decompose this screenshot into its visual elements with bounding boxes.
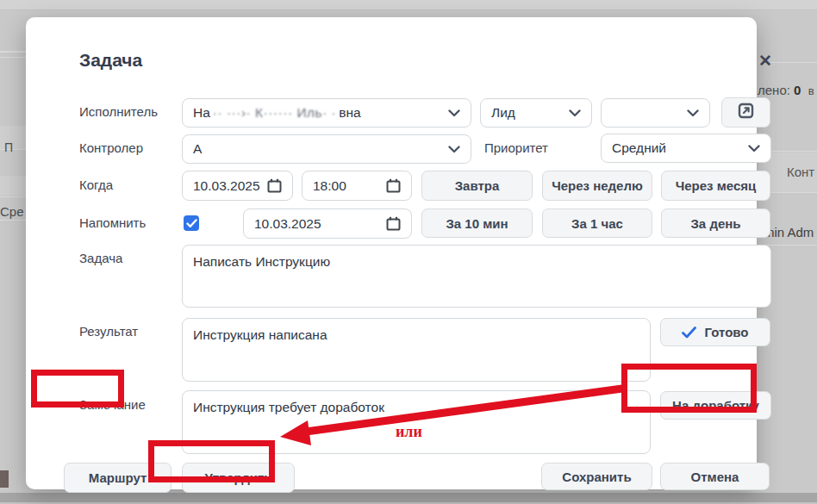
priority-label: Приоритет — [484, 140, 548, 155]
check-icon — [186, 219, 197, 228]
remind-1hour-button[interactable]: За 1 час — [542, 208, 652, 238]
priority-select[interactable]: Средний — [601, 134, 771, 163]
priority-value: Средний — [612, 140, 666, 156]
background-column-header-fragment: П — [4, 140, 13, 154]
task-textarea[interactable]: Написать Инструкцию — [182, 245, 771, 308]
background-table-line — [0, 196, 26, 197]
background-table-line — [0, 220, 26, 221]
counter-suffix-fragment: в — [808, 84, 814, 97]
entity-type-value: Лид — [491, 105, 515, 121]
rework-button[interactable]: На доработку — [660, 391, 771, 420]
background-table-line — [0, 51, 26, 53]
background-cell-fragment: Сре — [0, 204, 24, 219]
close-icon[interactable]: ✕ — [753, 48, 777, 72]
when-time-value: 18:00 — [313, 178, 346, 194]
done-button-label: Готово — [704, 325, 748, 339]
chevron-down-icon — [448, 109, 460, 117]
dialog-title: Задача — [79, 50, 142, 71]
task-label: Задача — [79, 251, 122, 265]
executor-name-prefix: На — [193, 105, 210, 121]
quick-in-a-month-button[interactable]: Через месяц — [661, 171, 770, 201]
counter-value: 0 — [794, 83, 801, 97]
chevron-down-icon — [748, 145, 760, 152]
remind-checkbox[interactable] — [184, 215, 199, 231]
background-counter: лено: 0 в — [758, 83, 814, 97]
remark-textarea[interactable]: Инструкция требует доработок — [182, 390, 651, 454]
background-table-line — [0, 57, 26, 58]
route-button[interactable]: Маршрут — [64, 463, 172, 493]
when-time-input[interactable]: 18:00 — [302, 171, 412, 201]
open-in-new-icon — [737, 102, 755, 123]
result-textarea[interactable]: Инструкция написана — [182, 318, 651, 382]
when-label: Когда — [79, 177, 113, 192]
remind-date-value: 10.03.2025 — [254, 216, 321, 232]
background-dark-corner — [0, 470, 9, 488]
chevron-down-icon — [687, 109, 699, 117]
quick-tomorrow-button[interactable]: Завтра — [421, 171, 533, 201]
counter-label-fragment: лено: — [758, 83, 790, 97]
executor-name-suffix: вна — [339, 105, 360, 121]
save-button[interactable]: Сохранить — [541, 463, 652, 490]
open-entity-button[interactable] — [721, 97, 770, 128]
when-date-input[interactable]: 10.03.2025 — [182, 171, 293, 201]
background-top-bar — [0, 0, 817, 10]
remind-date-input[interactable]: 10.03.2025 — [243, 208, 412, 239]
background-column-header-fragment: Конт — [787, 165, 814, 179]
executor-select[interactable]: На·· ···›· К······ Иль· ·вна — [182, 98, 471, 128]
chevron-down-icon — [569, 109, 581, 117]
chevron-down-icon — [448, 146, 460, 153]
controller-select[interactable]: А — [182, 134, 471, 164]
screen: П Сре лено: 0 в Конт min Adm Задача ✕ Ис… — [0, 0, 817, 504]
background-table-row — [0, 176, 26, 196]
background-bottom-band — [0, 493, 817, 502]
annotation-or-text: или — [396, 423, 422, 441]
background-cell-fragment: min Adm — [764, 225, 814, 240]
calendar-icon — [386, 178, 401, 193]
executor-name-redacted: ·· ···›· К······ Иль· · — [213, 105, 336, 121]
cancel-button[interactable]: Отмена — [660, 463, 770, 490]
entity-select[interactable] — [601, 98, 710, 128]
check-icon — [682, 327, 696, 339]
remind-label: Напомнить — [79, 215, 146, 230]
quick-in-a-week-button[interactable]: Через неделю — [542, 171, 652, 201]
when-date-value: 10.03.2025 — [193, 178, 260, 194]
remark-label: Замечание — [79, 397, 146, 412]
task-dialog: Задача ✕ Исполнитель На·· ···›· К······ … — [26, 17, 757, 489]
result-label: Результат — [79, 324, 138, 339]
calendar-icon — [267, 178, 282, 193]
calendar-icon — [386, 216, 401, 231]
controller-label: Контролер — [79, 140, 143, 155]
controller-value: А — [193, 141, 202, 157]
executor-label: Исполнитель — [79, 104, 158, 119]
entity-type-select[interactable]: Лид — [480, 98, 592, 128]
done-button[interactable]: Готово — [660, 318, 770, 346]
remind-10min-button[interactable]: За 10 мин — [421, 208, 533, 238]
approve-button[interactable]: Утвердить — [182, 463, 295, 493]
remind-1day-button[interactable]: За день — [661, 208, 770, 238]
